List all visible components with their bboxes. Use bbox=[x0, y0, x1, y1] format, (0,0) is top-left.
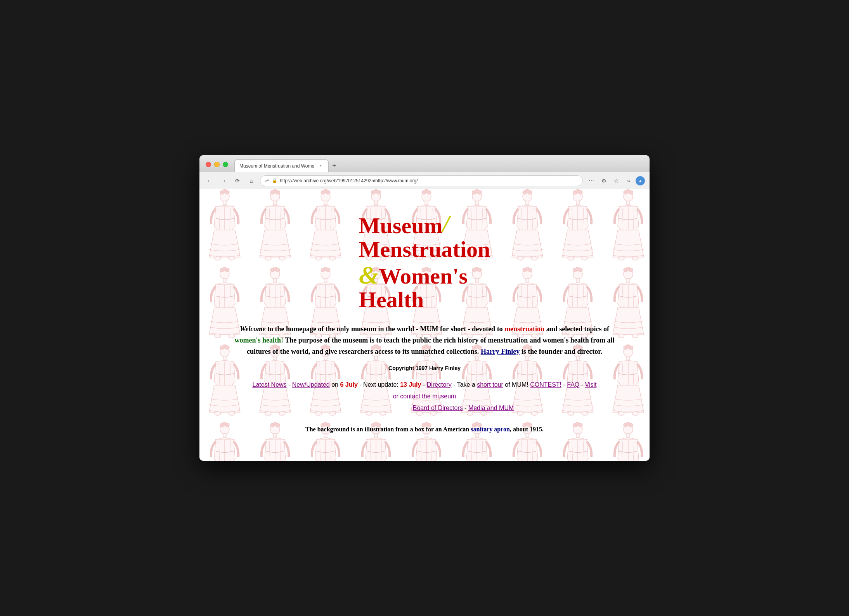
back-button[interactable]: ← bbox=[204, 175, 215, 186]
welcome-paragraph: Welcome to the homepage of the only muse… bbox=[230, 324, 619, 357]
tab-title: Museum of Menstruation and Wome bbox=[239, 163, 314, 169]
harry-finley-link[interactable]: Harry Finley bbox=[481, 348, 520, 355]
nav-bar: ← → ⟳ ⌂ ☍ 🔒 https://web.archive.org/web/… bbox=[199, 172, 650, 189]
faq-link[interactable]: FAQ bbox=[567, 381, 579, 388]
sanitary-apron-link[interactable]: sanitary apron bbox=[471, 426, 510, 433]
reload-button[interactable]: ⟳ bbox=[232, 175, 243, 186]
url-text: https://web.archive.org/web/199701251429… bbox=[280, 178, 418, 183]
contest-link[interactable]: CONTEST! bbox=[530, 381, 561, 388]
menstruation-link[interactable]: menstruation bbox=[504, 325, 544, 333]
new-tab-button[interactable]: + bbox=[329, 160, 340, 171]
extensions-button[interactable]: » bbox=[623, 175, 634, 186]
address-bar[interactable]: ☍ 🔒 https://web.archive.org/web/19970125… bbox=[260, 175, 583, 186]
traffic-lights bbox=[206, 162, 228, 167]
logo-line3: &Women's bbox=[359, 261, 490, 288]
media-and-mum-link[interactable]: Media and MUM bbox=[468, 405, 514, 411]
tab-close-button[interactable]: × bbox=[317, 163, 324, 169]
title-bar: Museum of Menstruation and Wome × + bbox=[199, 155, 650, 172]
short-tour-link[interactable]: short tour bbox=[477, 381, 503, 388]
copyright-notice: Copyright 1997 Harry Finley bbox=[223, 365, 626, 371]
star-button[interactable]: ☆ bbox=[611, 175, 622, 186]
nav-right-controls: ⋯ ⚙ ☆ » ▲ bbox=[586, 175, 645, 186]
content-area: Museum/ Menstruation &Women's Health Wel… bbox=[199, 189, 650, 456]
browser-window: Museum of Menstruation and Wome × + ← → … bbox=[199, 155, 650, 461]
more-options-button[interactable]: ⋯ bbox=[586, 175, 597, 186]
lock-icon: 🔒 bbox=[272, 178, 277, 183]
site-logo: Museum/ Menstruation &Women's Health bbox=[359, 213, 490, 312]
board-of-directors-link[interactable]: Board of Directors bbox=[413, 405, 463, 411]
date1-text: 6 July bbox=[340, 381, 357, 388]
page-content: Museum/ Menstruation &Women's Health Wel… bbox=[199, 189, 650, 461]
logo-line1: Museum/ bbox=[359, 213, 490, 238]
logo-line4: Health bbox=[359, 288, 490, 312]
background-caption: The background is an illustration from a… bbox=[223, 426, 626, 433]
home-button[interactable]: ⌂ bbox=[246, 175, 257, 186]
maximize-traffic-light[interactable] bbox=[223, 162, 228, 167]
profile-button[interactable]: ▲ bbox=[636, 176, 645, 185]
tab-bar: Museum of Menstruation and Wome × + bbox=[234, 159, 650, 172]
close-traffic-light[interactable] bbox=[206, 162, 211, 167]
latest-news-link[interactable]: Latest News bbox=[253, 381, 287, 388]
minimize-traffic-light[interactable] bbox=[214, 162, 220, 167]
womens-health-link[interactable]: women's health! bbox=[235, 336, 284, 344]
navigation-links: Latest News - New/Updated on 6 July - Ne… bbox=[250, 379, 599, 414]
logo-line2: Menstruation bbox=[359, 238, 490, 261]
bookmark-shield-button[interactable]: ⚙ bbox=[598, 175, 609, 186]
new-updated-link[interactable]: New/Updated bbox=[292, 381, 330, 388]
shield-icon: ☍ bbox=[265, 178, 270, 183]
date2-text: 13 July bbox=[400, 381, 421, 388]
welcome-italic: Welcome bbox=[240, 325, 266, 333]
forward-button[interactable]: → bbox=[218, 175, 229, 186]
active-tab[interactable]: Museum of Menstruation and Wome × bbox=[234, 159, 329, 172]
directory-link[interactable]: Directory bbox=[427, 381, 452, 388]
